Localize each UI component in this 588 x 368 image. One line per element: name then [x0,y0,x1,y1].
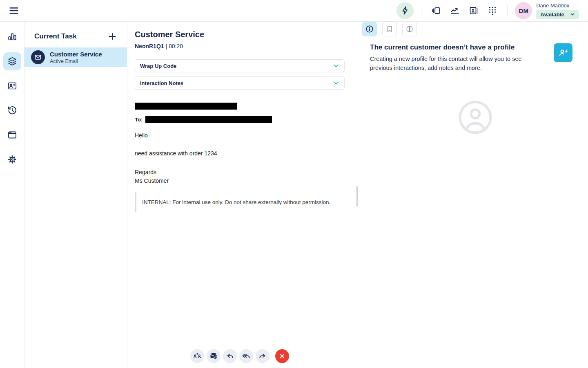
chevron-down-icon [570,12,575,17]
plus-icon [108,32,117,41]
task-texts: Customer Service Active Email [50,51,102,64]
scrollbar-thumb[interactable] [356,186,358,206]
reply-icon [225,352,234,361]
internal-note-block: INTERNAL: For internal use only. Do not … [135,192,345,212]
topbar-actions: DM Dane Maddox Available [396,2,579,19]
transfer-icon [193,352,202,361]
email-body: need assistance with order 1234 [135,150,345,157]
tasks-header: Current Task [24,31,127,42]
directory-button[interactable] [466,3,481,18]
nav-history-button[interactable] [3,101,21,119]
tasks-title: Current Task [34,32,77,40]
app-root: DM Dane Maddox Available [0,0,588,368]
email-signoff-line: Regards [135,168,345,177]
queue-name: NeonR1Q1 [135,43,164,49]
reply-button[interactable] [223,349,237,363]
directory-icon [469,6,479,16]
status-dropdown[interactable]: Available [536,10,579,19]
email-signature: Ms Customer [135,177,345,185]
nav-apps-button[interactable] [3,126,21,144]
nav-performance-button[interactable] [3,28,21,46]
redacted-from-field [135,103,237,110]
layers-icon [7,56,17,66]
user-avatar[interactable]: DM [515,2,532,19]
panels-toggle-button[interactable] [429,3,443,18]
profile-placeholder-icon [458,100,492,135]
nav-settings-button[interactable] [3,150,21,168]
no-profile-title: The current customer doesn’t have a prof… [370,43,546,52]
forward-icon [258,352,267,361]
hamburger-icon [8,5,20,16]
interaction-timer: 00:20 [169,43,183,49]
task-subtitle: Active Email [50,58,102,64]
interaction-panel: Customer Service NeonR1Q1 | 00:20 Wrap U… [127,22,358,368]
tab-assist[interactable] [402,22,417,36]
task-title: Customer Service [50,51,102,58]
info-icon [365,25,374,34]
close-icon [278,352,286,360]
person-plus-icon [558,47,568,58]
lightning-icon [400,6,410,16]
forward-button[interactable] [256,349,270,363]
redacted-to-field [145,116,272,123]
status-label: Available [540,11,564,18]
user-name: Dane Maddox [536,2,569,9]
brain-icon [405,25,414,34]
reply-all-icon [242,352,251,361]
email-header-divider [135,98,345,98]
add-task-button[interactable] [107,31,118,42]
no-profile-header: The current customer doesn’t have a prof… [362,43,588,72]
chevron-down-icon [333,63,339,69]
transfer-button[interactable] [190,349,204,363]
park-email-button[interactable] [207,349,220,363]
wrap-up-code-label: Wrap Up Code [140,63,176,69]
profile-tabs [362,22,588,36]
no-profile-description: Creating a new profile for this contact … [370,55,546,72]
create-profile-button[interactable] [554,43,572,62]
hamburger-menu-button[interactable] [7,3,21,18]
topbar-divider [421,5,421,16]
left-nav-rail [0,22,24,368]
bar-chart-icon [7,32,17,42]
gear-icon [7,155,17,164]
performance-button[interactable] [448,3,462,18]
interaction-title: Customer Service [135,30,345,39]
email-controls-toolbar [135,344,345,368]
main-shell: Current Task Custome [0,22,588,368]
top-bar: DM Dane Maddox Available [0,0,588,22]
interaction-notes-accordion[interactable]: Interaction Notes [135,76,345,90]
tab-bookmark[interactable] [382,22,397,36]
reply-all-button[interactable] [239,349,253,363]
internal-note-text: INTERNAL: For internal use only. Do not … [142,199,330,205]
interaction-notes-label: Interaction Notes [140,80,183,86]
interaction-subtitle: NeonR1Q1 | 00:20 [135,43,345,49]
disconnect-button[interactable] [275,349,289,363]
nav-interactions-button[interactable] [3,52,21,70]
envelope-icon [31,50,45,64]
to-label: To: [135,117,143,123]
wrap-up-code-accordion[interactable]: Wrap Up Code [135,59,345,72]
user-meta: Dane Maddox Available [536,2,579,19]
park-email-icon [209,352,218,361]
chevron-down-icon [333,80,339,86]
history-icon [7,105,17,115]
window-icon [7,130,17,140]
task-list-item[interactable]: Customer Service Active Email [24,47,127,67]
nav-contacts-button[interactable] [3,77,21,95]
current-task-panel: Current Task Custome [24,22,127,368]
panels-icon [431,6,441,16]
email-greeting: Hello [135,132,345,139]
contact-card-icon [7,81,17,91]
dialpad-icon [488,6,497,16]
tab-info[interactable] [362,22,377,36]
performance-icon [450,6,460,16]
email-signoff: Regards Ms Customer [135,168,345,185]
subtitle-separator: | [165,43,167,49]
bookmark-icon [385,25,394,34]
boost-button[interactable] [396,2,414,19]
customer-profile-panel: The current customer doesn’t have a prof… [358,22,588,368]
no-profile-texts: The current customer doesn’t have a prof… [370,43,546,72]
dialpad-button[interactable] [485,3,500,18]
topbar-divider [507,5,508,16]
email-to-row: To: [135,116,345,123]
